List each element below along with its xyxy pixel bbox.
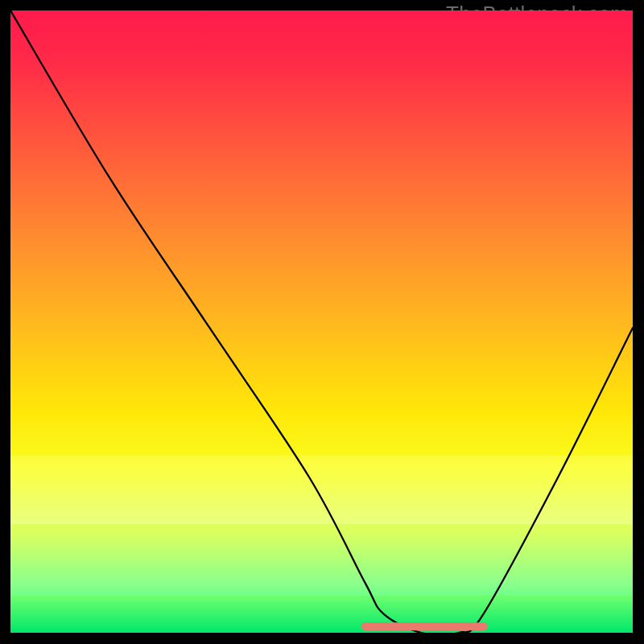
chart-curve <box>10 10 633 633</box>
chart-frame <box>10 10 633 633</box>
chart-svg <box>10 10 633 633</box>
